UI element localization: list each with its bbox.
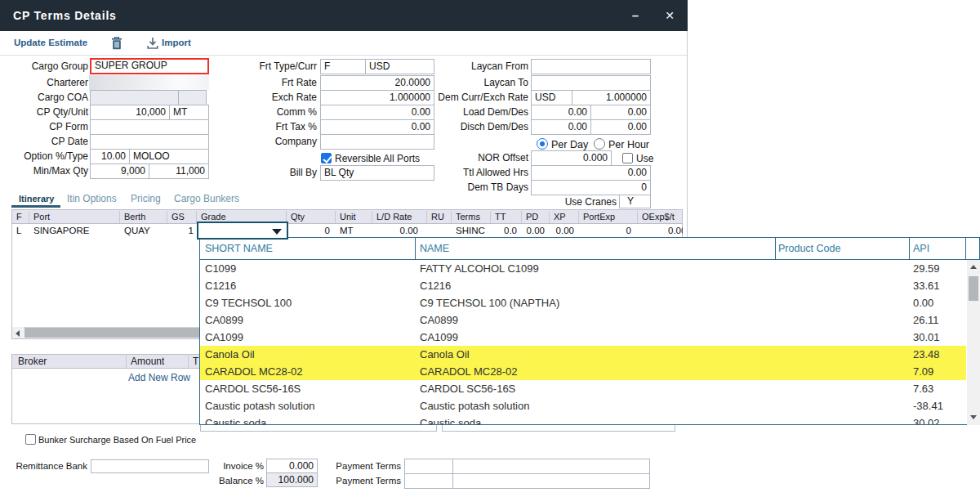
cargo-group-input[interactable]: SUPER GROUP [90, 58, 209, 74]
tab-itin-options[interactable]: Itin Options [67, 190, 117, 207]
hscroll-left-button[interactable] [12, 327, 24, 338]
vscroll-down-button[interactable] [967, 411, 980, 423]
laycan-from-input[interactable] [531, 59, 651, 74]
col-portexp[interactable]: PortExp [583, 210, 637, 223]
update-estimate-button[interactable]: Update Estimate [14, 31, 87, 55]
grade-option-row[interactable]: Canola OilCanola Oil23.48 [200, 346, 966, 363]
reversible-all-ports-checkbox[interactable] [321, 153, 332, 163]
nor-offset-input[interactable]: 0.000 [531, 150, 612, 166]
close-button[interactable]: ✕ [658, 0, 681, 31]
row-port[interactable]: SINGAPORE [33, 223, 119, 239]
disch-des-input[interactable]: 0.00 [590, 119, 651, 135]
grade-option-row[interactable]: CA1099CA109930.01 [200, 329, 966, 346]
cargo-group-label: Cargo Group [0, 59, 88, 74]
invoice-pct-input[interactable]: 0.000 [266, 459, 318, 473]
col-xp[interactable]: XP [554, 210, 578, 223]
laycan-to-input[interactable] [531, 75, 651, 91]
dem-curr-input[interactable]: USD [531, 90, 572, 105]
per-hour-radio[interactable] [594, 138, 605, 150]
tab-cargo-bunkers[interactable]: Cargo Bunkers [174, 190, 239, 207]
col-gs[interactable]: GS [172, 210, 196, 223]
payment-terms-2-code-input[interactable] [404, 473, 453, 489]
cargo-coa-input[interactable] [90, 90, 179, 105]
vscroll-up-button[interactable] [967, 262, 980, 273]
charterer-input[interactable] [89, 75, 209, 90]
payment-terms-2-input[interactable] [452, 473, 650, 489]
import-icon[interactable] [147, 37, 158, 50]
load-dem-input[interactable]: 0.00 [531, 105, 591, 120]
add-new-row-link[interactable]: Add New Row [127, 372, 190, 383]
dem-exch-rate-input[interactable]: 1.000000 [572, 90, 651, 105]
grade-option-row[interactable]: CA0899CA089926.11 [200, 311, 966, 329]
hidden-input-right[interactable] [442, 424, 675, 432]
grade-option-api: 29.59 [913, 260, 940, 277]
dem-tb-days-input[interactable]: 0 [531, 180, 651, 195]
max-qty-input[interactable]: 11,000 [149, 163, 209, 179]
grade-option-row[interactable]: C1216C121633.61 [200, 277, 966, 294]
col-qty[interactable]: Qty [291, 210, 335, 223]
grade-option-row[interactable]: C9 TECHSOL 100C9 TECHSOL 100 (NAPTHA)0.0… [200, 294, 966, 311]
frt-type-input[interactable]: F [320, 59, 366, 74]
col-f[interactable]: F [16, 210, 29, 223]
grade-option-row[interactable]: C1099FATTY ALCOHOL C109929.59 [200, 260, 966, 277]
grade-combobox[interactable] [197, 222, 288, 240]
tab-itinerary[interactable]: Itinerary [19, 190, 54, 207]
load-des-input[interactable]: 0.00 [590, 105, 651, 120]
vscroll-thumb[interactable] [969, 276, 978, 301]
col-terms[interactable]: Terms [456, 210, 490, 223]
col-pd[interactable]: PD [526, 210, 549, 223]
delete-icon[interactable] [111, 37, 122, 50]
col-ld-rate[interactable]: L/D Rate [376, 210, 426, 223]
min-qty-input[interactable]: 9,000 [90, 163, 149, 179]
company-input[interactable] [320, 134, 434, 150]
tab-pricing[interactable]: Pricing [131, 190, 161, 207]
option-type-input[interactable]: MOLOO [129, 149, 209, 164]
cp-unit-input[interactable]: MT [169, 105, 209, 120]
disch-dem-input[interactable]: 0.00 [531, 119, 591, 135]
grade-option-row[interactable]: CARADOL MC28-02CARADOL MC28-027.09 [200, 363, 966, 380]
chevron-down-icon [272, 229, 282, 235]
payment-terms-1-code-input[interactable] [404, 459, 453, 474]
cargo-coa-picker[interactable] [178, 90, 207, 105]
ttl-allowed-hrs-label: Ttl Allowed Hrs [414, 165, 528, 181]
cp-date-input[interactable] [90, 134, 209, 150]
hidden-input-left[interactable] [200, 424, 437, 432]
col-broker[interactable]: Broker [18, 355, 116, 369]
dd-col-name[interactable]: NAME [420, 238, 449, 259]
grade-option-name: CARADOL MC28-02 [420, 363, 517, 380]
dd-col-product-code[interactable]: Product Code [778, 238, 840, 259]
invoice-pct-label: Invoice % [198, 459, 264, 473]
col-sep [426, 211, 427, 223]
col-sep [775, 238, 776, 259]
dd-col-short-name[interactable]: SHORT NAME [205, 238, 273, 259]
grade-option-row[interactable]: Caustic sodaCaustic soda30.02 [200, 414, 966, 424]
option-pct-input[interactable]: 10.00 [90, 149, 130, 164]
per-day-radio[interactable] [537, 138, 548, 150]
payment-terms-1-input[interactable] [452, 459, 650, 474]
grade-option-short-name: Caustic potash solution [205, 397, 314, 414]
grade-option-row[interactable]: CARDOL SC56-16SCARDOL SC56-16S7.63 [200, 380, 966, 397]
row-gs[interactable]: 1 [167, 223, 194, 239]
minimize-button[interactable]: – [624, 0, 647, 31]
col-port[interactable]: Port [33, 210, 119, 223]
col-ru[interactable]: RU [431, 210, 451, 223]
cp-qty-input[interactable]: 10,000 [90, 105, 170, 120]
remittance-bank-input[interactable] [91, 459, 209, 473]
import-button[interactable]: Import [162, 31, 191, 55]
laycan-from-label: Laycan From [414, 59, 528, 74]
use-cranes-input[interactable]: Y [619, 195, 651, 208]
col-berth[interactable]: Berth [124, 210, 167, 223]
balance-pct-input[interactable]: 100.000 [266, 472, 318, 487]
cp-form-input[interactable] [90, 119, 209, 135]
ttl-allowed-hrs-input[interactable]: 0.00 [531, 165, 651, 181]
nor-offset-use-checkbox[interactable] [622, 153, 633, 163]
grade-option-row[interactable]: Caustic potash solutionCaustic potash so… [200, 397, 966, 414]
row-berth[interactable]: QUAY [124, 223, 167, 239]
dd-col-api[interactable]: API [913, 238, 929, 259]
col-unit[interactable]: Unit [340, 210, 372, 223]
row-f[interactable]: L [16, 223, 29, 239]
col-oexp[interactable]: OExp$/t [642, 210, 683, 223]
bunker-surcharge-checkbox[interactable] [25, 434, 36, 445]
col-tt[interactable]: TT [495, 210, 521, 223]
col-amount[interactable]: Amount [131, 355, 164, 369]
